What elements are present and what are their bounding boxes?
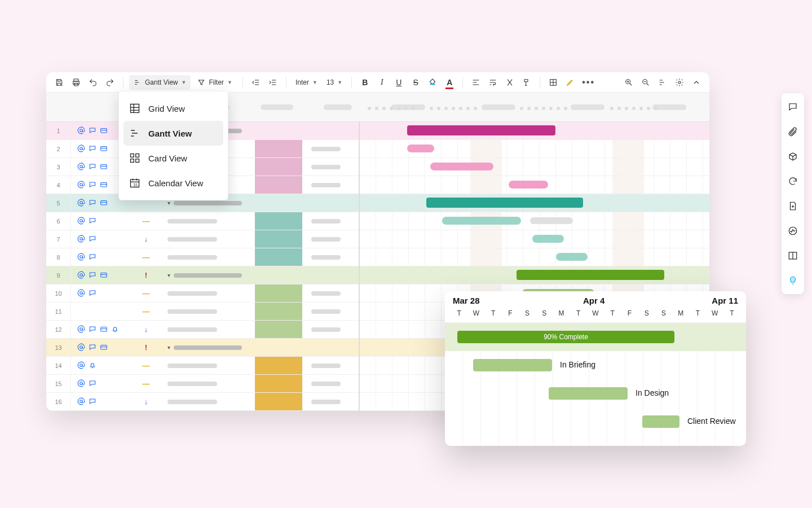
chat-icon[interactable] xyxy=(89,253,96,262)
table-row[interactable]: 6— xyxy=(46,212,359,230)
table-row[interactable]: 16↓ xyxy=(46,393,359,411)
card-icon[interactable] xyxy=(100,181,108,190)
attachment-button[interactable] xyxy=(785,124,801,139)
at-icon[interactable] xyxy=(77,343,85,352)
gantt-row[interactable] xyxy=(360,158,709,176)
chat-icon[interactable] xyxy=(89,289,96,298)
gantt-bar[interactable] xyxy=(430,163,493,170)
view-picker[interactable]: Gantt View ▼ xyxy=(129,75,191,90)
text-color-button[interactable]: A xyxy=(442,75,457,90)
chat-icon[interactable] xyxy=(89,163,96,172)
gantt-bar[interactable] xyxy=(556,253,588,261)
task-cell[interactable]: ▾ xyxy=(167,339,252,356)
at-icon[interactable] xyxy=(77,325,85,334)
task-cell[interactable] xyxy=(167,248,252,266)
card-icon[interactable] xyxy=(100,163,108,172)
at-icon[interactable] xyxy=(77,271,85,280)
gantt-row[interactable] xyxy=(360,230,709,248)
split-button[interactable] xyxy=(785,248,801,264)
table-row[interactable]: 9!▾ xyxy=(46,266,359,284)
italic-button[interactable]: I xyxy=(374,75,389,90)
task-cell[interactable]: ▾ xyxy=(167,266,252,284)
file-button[interactable] xyxy=(785,198,801,214)
redo-button[interactable] xyxy=(103,75,117,90)
chat-icon[interactable] xyxy=(89,397,96,406)
task-cell[interactable] xyxy=(167,357,252,374)
zoom-bar[interactable] xyxy=(473,359,552,371)
table-row[interactable]: 14— xyxy=(46,357,359,375)
zoom-bar[interactable]: 90% Complete xyxy=(457,331,674,343)
gantt-label-placeholder[interactable] xyxy=(530,217,573,224)
gantt-icon[interactable] xyxy=(655,75,670,90)
view-menu-gantt[interactable]: Gantt View xyxy=(123,121,223,146)
format-button[interactable] xyxy=(519,75,534,90)
font-size-select[interactable]: 13▼ xyxy=(323,75,346,90)
zoom-in-button[interactable] xyxy=(621,75,636,90)
grid-toggle-button[interactable] xyxy=(546,75,561,90)
at-icon[interactable] xyxy=(77,235,85,244)
task-cell[interactable] xyxy=(167,212,252,230)
gantt-row[interactable] xyxy=(360,194,709,212)
card-icon[interactable] xyxy=(100,199,108,208)
at-icon[interactable] xyxy=(77,163,85,172)
task-cell[interactable] xyxy=(167,284,252,302)
bell-icon[interactable] xyxy=(111,325,119,334)
table-row[interactable]: 15— xyxy=(46,375,359,393)
at-icon[interactable] xyxy=(77,199,85,208)
at-icon[interactable] xyxy=(77,253,85,262)
highlight-button[interactable] xyxy=(563,75,577,90)
table-row[interactable]: 8— xyxy=(46,248,359,266)
chat-icon[interactable] xyxy=(89,325,96,334)
at-icon[interactable] xyxy=(77,379,85,388)
table-row[interactable]: 10— xyxy=(46,284,359,303)
indent-button[interactable] xyxy=(266,75,280,90)
zoom-bar[interactable] xyxy=(549,387,628,400)
card-icon[interactable] xyxy=(100,126,108,135)
activity-button[interactable] xyxy=(785,223,801,239)
gantt-bar[interactable] xyxy=(442,217,521,225)
gantt-bar[interactable] xyxy=(532,235,564,243)
comments-button[interactable] xyxy=(785,99,801,115)
chat-icon[interactable] xyxy=(89,271,96,280)
chat-icon[interactable] xyxy=(89,126,96,135)
wrap-button[interactable] xyxy=(486,75,500,90)
chat-icon[interactable] xyxy=(89,343,96,352)
at-icon[interactable] xyxy=(77,289,85,298)
chat-icon[interactable] xyxy=(89,379,96,388)
zoom-bar[interactable] xyxy=(642,415,679,428)
table-row[interactable]: 12↓ xyxy=(46,321,359,339)
chat-icon[interactable] xyxy=(89,199,96,208)
at-icon[interactable] xyxy=(77,217,85,226)
table-row[interactable]: 11— xyxy=(46,303,359,321)
gantt-row[interactable] xyxy=(360,266,709,284)
bold-button[interactable]: B xyxy=(358,75,372,90)
box-button[interactable] xyxy=(785,148,801,164)
view-menu-calendar[interactable]: 31 Calendar View xyxy=(123,170,223,195)
filter-button[interactable]: Filter ▼ xyxy=(193,75,237,90)
align-button[interactable] xyxy=(469,75,483,90)
gantt-bar[interactable] xyxy=(509,181,548,189)
collapse-button[interactable] xyxy=(689,75,704,90)
save-button[interactable] xyxy=(52,75,67,90)
tips-button[interactable] xyxy=(785,273,801,288)
zoom-out-button[interactable] xyxy=(638,75,653,90)
table-row[interactable]: 7↓ xyxy=(46,230,359,248)
chat-icon[interactable] xyxy=(89,144,96,154)
task-cell[interactable] xyxy=(167,230,252,248)
fill-color-button[interactable] xyxy=(425,75,440,90)
gantt-row[interactable] xyxy=(360,248,709,266)
table-row[interactable]: 13!▾ xyxy=(46,339,359,357)
chat-icon[interactable] xyxy=(89,235,96,244)
gantt-row[interactable] xyxy=(360,140,709,158)
at-icon[interactable] xyxy=(77,181,85,190)
gantt-bar[interactable] xyxy=(407,125,555,135)
gantt-row[interactable] xyxy=(360,122,709,140)
bell2-icon[interactable] xyxy=(89,361,96,370)
gantt-row[interactable] xyxy=(360,212,709,230)
view-menu-card[interactable]: Card View xyxy=(123,146,223,170)
task-cell[interactable] xyxy=(167,321,252,338)
task-cell[interactable] xyxy=(167,393,252,410)
underline-button[interactable]: U xyxy=(391,75,406,90)
strike-button[interactable]: S xyxy=(408,75,423,90)
view-menu-grid[interactable]: Grid View xyxy=(123,96,223,121)
